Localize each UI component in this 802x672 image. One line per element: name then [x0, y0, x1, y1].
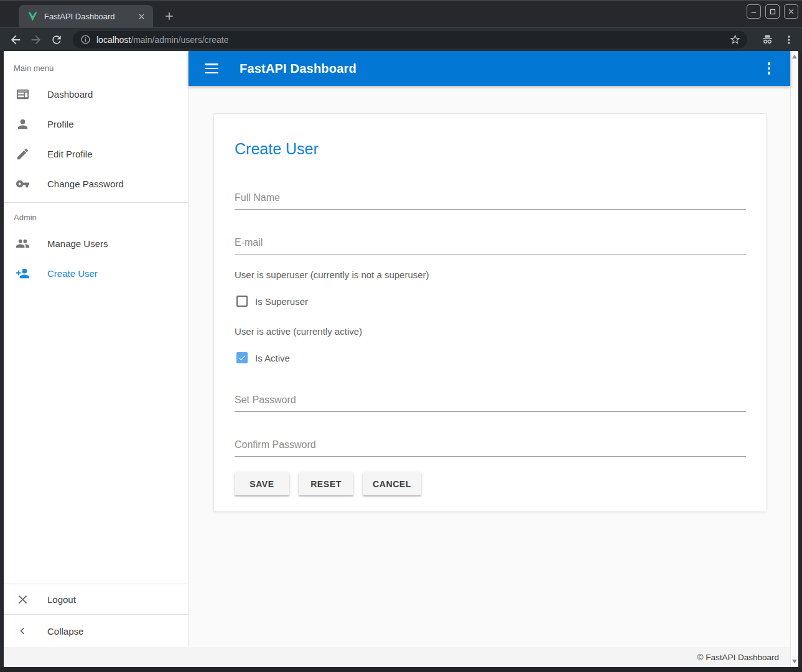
close-button[interactable]	[784, 4, 798, 19]
tab-close-icon[interactable]	[136, 11, 147, 22]
main-area: FastAPI Dashboard Create User	[189, 51, 790, 647]
maximize-button[interactable]	[765, 4, 780, 19]
appbar-title: FastAPI Dashboard	[240, 62, 357, 76]
dashboard-icon	[15, 86, 30, 101]
sidebar-item-profile[interactable]: Profile	[4, 109, 188, 139]
sidebar-caption-main-menu: Main menu	[4, 51, 188, 79]
save-button[interactable]: SAVE	[235, 472, 289, 495]
browser-viewport: Main menu Dashboard Profile	[0, 51, 802, 667]
email-field	[235, 237, 746, 254]
close-icon	[15, 592, 30, 607]
chevron-left-icon	[15, 623, 30, 638]
key-icon	[15, 176, 30, 191]
active-note: User is active (currently active)	[235, 326, 746, 337]
browser-tabstrip: FastAPI Dashboard	[0, 1, 802, 27]
vue-logo-icon	[27, 11, 38, 22]
sidebar-item-create-user[interactable]: Create User	[4, 258, 188, 288]
sidebar-item-manage-users[interactable]: Manage Users	[4, 228, 188, 258]
email-input[interactable]	[235, 237, 746, 254]
appbar: FastAPI Dashboard	[189, 51, 790, 86]
hamburger-menu-icon[interactable]	[205, 63, 218, 73]
window-controls	[747, 4, 798, 19]
set-password-field	[235, 394, 746, 412]
url-host: localhost	[96, 35, 131, 45]
bookmark-star-icon[interactable]	[729, 34, 741, 45]
person-icon	[15, 116, 30, 131]
page-footer: © FastAPI Dashboard	[4, 647, 790, 667]
browser-toolbar: localhost/main/admin/users/create	[0, 27, 802, 51]
forward-icon[interactable]	[28, 32, 44, 48]
is-superuser-label: Is Superuser	[255, 296, 308, 307]
is-superuser-row: Is Superuser	[235, 296, 746, 307]
back-icon[interactable]	[7, 32, 24, 48]
url-bar[interactable]: localhost/main/admin/users/create	[73, 31, 747, 49]
minimize-button[interactable]	[747, 4, 761, 19]
person-add-icon	[15, 266, 30, 281]
sidebar-item-collapse[interactable]: Collapse	[4, 615, 188, 647]
reload-icon[interactable]	[49, 32, 65, 48]
site-info-icon[interactable]	[80, 34, 91, 45]
reset-button[interactable]: RESET	[299, 472, 353, 495]
confirm-password-input[interactable]	[235, 439, 746, 457]
sidebar-item-dashboard[interactable]: Dashboard	[4, 79, 188, 109]
page-title: Create User	[235, 140, 746, 158]
is-active-row: Is Active	[235, 352, 746, 363]
sidebar-item-change-password[interactable]: Change Password	[4, 169, 188, 198]
url-path: /main/admin/users/create	[131, 35, 228, 45]
window-border	[0, 667, 802, 672]
scrollbar-down-arrow[interactable]	[792, 660, 797, 663]
browser-window: FastAPI Dashboard	[0, 0, 802, 672]
appbar-menu-icon[interactable]	[762, 61, 776, 76]
superuser-note: User is superuser (currently is not a su…	[235, 269, 746, 280]
browser-menu-icon[interactable]	[781, 32, 797, 48]
full-name-input[interactable]	[235, 192, 746, 210]
tab-title: FastAPI Dashboard	[44, 12, 136, 21]
incognito-icon	[759, 32, 775, 48]
set-password-input[interactable]	[235, 394, 746, 412]
is-superuser-checkbox[interactable]	[236, 296, 248, 307]
is-active-checkbox[interactable]	[236, 352, 248, 363]
is-active-label: Is Active	[255, 353, 290, 363]
page-scrollbar[interactable]	[790, 51, 798, 667]
sidebar-caption-admin: Admin	[4, 207, 188, 228]
confirm-password-field	[235, 439, 746, 457]
sidebar-divider	[4, 202, 188, 203]
scrollbar-up-arrow[interactable]	[792, 55, 797, 58]
sidebar: Main menu Dashboard Profile	[4, 51, 189, 647]
sidebar-item-edit-profile[interactable]: Edit Profile	[4, 139, 188, 169]
form-buttons: SAVE RESET CANCEL	[235, 472, 746, 495]
cancel-button[interactable]: CANCEL	[363, 472, 421, 495]
full-name-field	[235, 192, 746, 210]
new-tab-button[interactable]	[161, 7, 178, 25]
people-icon	[15, 236, 30, 251]
page-content: Create User User is superuser (currently…	[189, 86, 790, 647]
browser-tab[interactable]: FastAPI Dashboard	[19, 5, 153, 27]
create-user-card: Create User User is superuser (currently…	[213, 113, 767, 512]
pencil-icon	[15, 146, 30, 161]
copyright-text: © FastAPI Dashboard	[697, 653, 779, 662]
sidebar-item-logout[interactable]: Logout	[4, 584, 188, 614]
